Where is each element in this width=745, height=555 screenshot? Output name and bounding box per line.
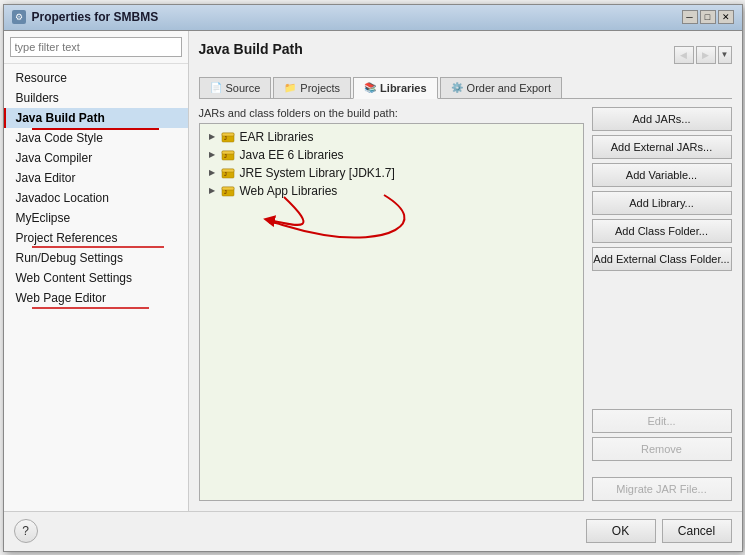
- sidebar-item-web-page-editor[interactable]: Web Page Editor: [4, 288, 188, 308]
- sidebar-nav: Resource Builders Java Build Path Java C…: [4, 64, 188, 511]
- sidebar-item-builders-label: Builders: [16, 91, 59, 105]
- tree-item-ear-libraries[interactable]: ▶ J EAR Libraries: [204, 128, 579, 146]
- projects-tab-icon: 📁: [284, 82, 296, 93]
- tab-projects[interactable]: 📁 Projects: [273, 77, 351, 98]
- svg-text:J: J: [224, 171, 227, 177]
- javaee-expand-icon: ▶: [206, 149, 218, 161]
- sidebar-item-web-content-settings[interactable]: Web Content Settings: [4, 268, 188, 288]
- dialog-body: Resource Builders Java Build Path Java C…: [4, 31, 742, 511]
- svg-text:J: J: [224, 153, 227, 159]
- sidebar-item-builders[interactable]: Builders: [4, 88, 188, 108]
- sidebar-item-web-content-settings-label: Web Content Settings: [16, 271, 133, 285]
- filter-box: [4, 31, 188, 64]
- webapp-expand-icon: ▶: [206, 185, 218, 197]
- sidebar-item-run-debug-settings-label: Run/Debug Settings: [16, 251, 123, 265]
- sidebar-item-java-code-style-label: Java Code Style: [16, 131, 103, 145]
- web-app-libraries-label: Web App Libraries: [240, 184, 338, 198]
- sidebar-item-javadoc-location-label: Javadoc Location: [16, 191, 109, 205]
- sidebar-item-myeclipse-label: MyEclipse: [16, 211, 71, 225]
- tree-item-web-app-libraries[interactable]: ▶ J Web App Libraries: [204, 182, 579, 200]
- jre-jar-icon: J: [220, 166, 236, 180]
- add-external-class-folder-button[interactable]: Add External Class Folder...: [592, 247, 732, 271]
- ear-expand-icon: ▶: [206, 131, 218, 143]
- svg-text:J: J: [224, 135, 227, 141]
- sidebar-item-resource[interactable]: Resource: [4, 68, 188, 88]
- close-button[interactable]: ✕: [718, 10, 734, 24]
- sidebar-item-java-compiler[interactable]: Java Compiler: [4, 148, 188, 168]
- remove-button[interactable]: Remove: [592, 437, 732, 461]
- tab-projects-label: Projects: [300, 82, 340, 94]
- title-bar: ⚙ Properties for SMBMS ─ □ ✕: [4, 5, 742, 31]
- tab-order-export[interactable]: ⚙️ Order and Export: [440, 77, 562, 98]
- sidebar-item-java-editor[interactable]: Java Editor: [4, 168, 188, 188]
- add-external-jars-button[interactable]: Add External JARs...: [592, 135, 732, 159]
- maximize-button[interactable]: □: [700, 10, 716, 24]
- ear-libraries-label: EAR Libraries: [240, 130, 314, 144]
- sidebar: Resource Builders Java Build Path Java C…: [4, 31, 189, 511]
- tab-source[interactable]: 📄 Source: [199, 77, 272, 98]
- sidebar-item-resource-label: Resource: [16, 71, 67, 85]
- add-variable-button[interactable]: Add Variable...: [592, 163, 732, 187]
- filter-input[interactable]: [10, 37, 182, 57]
- tab-libraries-label: Libraries: [380, 82, 426, 94]
- nav-dropdown-button[interactable]: ▼: [718, 46, 732, 64]
- add-jars-button[interactable]: Add JARs...: [592, 107, 732, 131]
- tabs-bar: 📄 Source 📁 Projects 📚 Libraries ⚙️ Order…: [199, 77, 732, 99]
- ear-jar-icon: J: [220, 130, 236, 144]
- sidebar-item-java-build-path-label: Java Build Path: [16, 111, 105, 125]
- tab-libraries[interactable]: 📚 Libraries: [353, 77, 437, 99]
- minimize-button[interactable]: ─: [682, 10, 698, 24]
- nav-forward-button[interactable]: ▶: [696, 46, 716, 64]
- sidebar-item-java-editor-label: Java Editor: [16, 171, 76, 185]
- libraries-tree: ▶ J EAR Libraries ▶: [199, 123, 584, 501]
- sidebar-item-web-page-editor-label: Web Page Editor: [16, 291, 107, 305]
- tab-order-export-label: Order and Export: [467, 82, 551, 94]
- content-area: JARs and class folders on the build path…: [199, 107, 732, 501]
- cancel-button[interactable]: Cancel: [662, 519, 732, 543]
- source-tab-icon: 📄: [210, 82, 222, 93]
- ok-button[interactable]: OK: [586, 519, 656, 543]
- buttons-panel: Add JARs... Add External JARs... Add Var…: [592, 107, 732, 501]
- tab-source-label: Source: [226, 82, 261, 94]
- add-class-folder-button[interactable]: Add Class Folder...: [592, 219, 732, 243]
- nav-btn-group: ◀ ▶ ▼: [674, 46, 732, 64]
- bottom-bar: ? OK Cancel: [4, 511, 742, 551]
- libraries-tab-icon: 📚: [364, 82, 376, 93]
- sidebar-item-project-references[interactable]: Project References: [4, 228, 188, 248]
- main-content: Java Build Path ◀ ▶ ▼ 📄 Source 📁 Project…: [189, 31, 742, 511]
- window-icon: ⚙: [12, 10, 26, 24]
- sidebar-item-java-build-path[interactable]: Java Build Path: [4, 108, 188, 128]
- order-export-tab-icon: ⚙️: [451, 82, 463, 93]
- tree-item-jre-system[interactable]: ▶ J JRE System Library [JDK1.7]: [204, 164, 579, 182]
- sidebar-item-java-code-style[interactable]: Java Code Style: [4, 128, 188, 148]
- webapp-jar-icon: J: [220, 184, 236, 198]
- sidebar-item-run-debug-settings[interactable]: Run/Debug Settings: [4, 248, 188, 268]
- main-header: Java Build Path ◀ ▶ ▼: [199, 41, 732, 69]
- sidebar-item-java-compiler-label: Java Compiler: [16, 151, 93, 165]
- jre-expand-icon: ▶: [206, 167, 218, 179]
- sidebar-item-project-references-label: Project References: [16, 231, 118, 245]
- page-title: Java Build Path: [199, 41, 303, 61]
- window-title: Properties for SMBMS: [32, 10, 676, 24]
- sidebar-item-myeclipse[interactable]: MyEclipse: [4, 208, 188, 228]
- svg-text:J: J: [224, 189, 227, 195]
- bottom-buttons: OK Cancel: [586, 519, 732, 543]
- window-controls: ─ □ ✕: [682, 10, 734, 24]
- libraries-description: JARs and class folders on the build path…: [199, 107, 584, 119]
- dialog-window: ⚙ Properties for SMBMS ─ □ ✕ Resource Bu…: [3, 4, 743, 552]
- migrate-jar-button[interactable]: Migrate JAR File...: [592, 477, 732, 501]
- edit-button[interactable]: Edit...: [592, 409, 732, 433]
- libraries-panel: JARs and class folders on the build path…: [199, 107, 584, 501]
- add-library-button[interactable]: Add Library...: [592, 191, 732, 215]
- jre-system-label: JRE System Library [JDK1.7]: [240, 166, 395, 180]
- javaee-jar-icon: J: [220, 148, 236, 162]
- java-ee-6-label: Java EE 6 Libraries: [240, 148, 344, 162]
- sidebar-item-javadoc-location[interactable]: Javadoc Location: [4, 188, 188, 208]
- tree-item-java-ee-6[interactable]: ▶ J Java EE 6 Libraries: [204, 146, 579, 164]
- help-button[interactable]: ?: [14, 519, 38, 543]
- nav-back-button[interactable]: ◀: [674, 46, 694, 64]
